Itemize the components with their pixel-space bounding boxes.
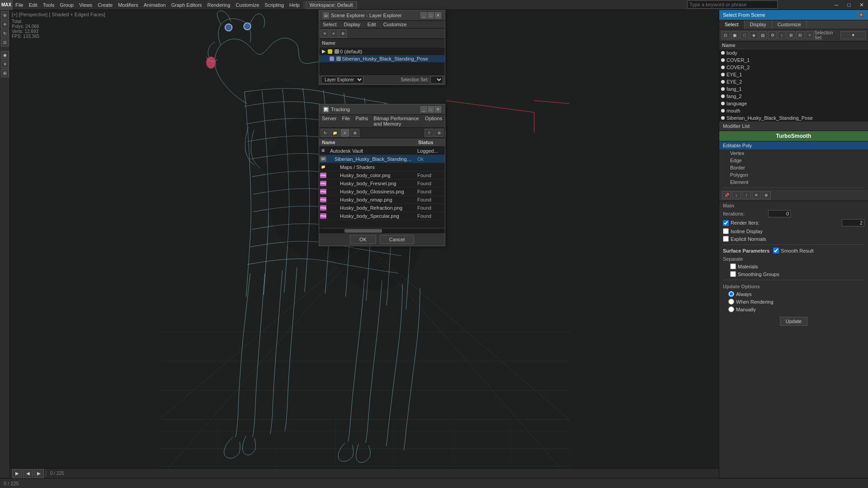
selection-set-dropdown[interactable] [430,76,443,84]
at-row-5[interactable]: PNG Husky_body_Glossiness.png Found [319,188,445,196]
move-tool[interactable]: ✛ [1,20,9,28]
element-item[interactable]: Element [719,178,868,186]
selection-set-dropdown[interactable]: ▼ [840,31,866,39]
at-list-btn[interactable]: ≡ [340,129,349,137]
scene-item-fang2[interactable]: fang_2 [719,93,868,100]
menu-views[interactable]: Views [76,0,95,9]
at-menu-bitmap[interactable]: Bitmap Performance and Memory [371,115,422,127]
tab-display[interactable]: Display [745,20,772,29]
cancel-button[interactable]: Cancel [380,235,414,244]
minimize-btn[interactable]: ─ [830,0,843,10]
isoline-checkbox[interactable] [723,228,729,234]
at-close[interactable]: ✕ [435,106,441,113]
se-menu-customize[interactable]: Customize [380,21,410,28]
at-folder-btn[interactable]: 📁 [330,129,340,137]
render-iters-checkbox[interactable] [723,220,729,226]
scene-explorer-maximize[interactable]: □ [428,12,434,19]
at-row-1[interactable]: 3D Siberian_Husky_Black_Standing_Pose_ma… [319,155,445,163]
scene-item-language[interactable]: language [719,100,868,107]
maximize-btn[interactable]: □ [843,0,855,10]
at-hscrollbar[interactable] [319,228,445,233]
ok-button[interactable]: OK [350,235,376,244]
at-minimize[interactable]: _ [420,106,427,113]
menu-file[interactable]: File [13,0,26,9]
tab-select[interactable]: Select [719,20,745,29]
scene-item-cover2[interactable]: COVER_2 [719,64,868,71]
scene-explorer-close[interactable]: ✕ [435,12,441,19]
tab-customize[interactable]: Customize [772,20,807,29]
scene-item-body[interactable]: body [719,49,868,56]
vp-next-btn[interactable]: ▶ [34,469,44,478]
smooth-result-checkbox[interactable] [773,248,779,253]
scene-item-mouth[interactable]: mouth [719,107,868,114]
polygon-item[interactable]: Polygon [719,171,868,178]
render-iters-input[interactable] [842,219,864,226]
edge-item[interactable]: Edge [719,157,868,164]
scene-item-eye1[interactable]: EYE_1 [719,71,868,78]
smoothing-groups-checkbox[interactable] [730,271,736,277]
sort-btn[interactable]: ↕ [778,31,786,39]
se-filter-btn[interactable]: ≡ [330,29,338,38]
se-menu-display[interactable]: Display [340,21,364,28]
group-btn[interactable]: ⊞ [787,31,795,39]
light-tool[interactable]: ☀ [1,60,9,68]
at-row-8[interactable]: PNG Husky_body_Specular.png Found [319,212,445,220]
at-row-2[interactable]: 📁 Maps / Shaders [319,163,445,171]
scene-item-fang1[interactable]: fang_1 [719,85,868,93]
at-menu-server[interactable]: Server [319,115,339,127]
se-gear-btn[interactable]: ⚙ [339,29,347,38]
at-menu-options[interactable]: Options [422,115,445,127]
rotate-tool[interactable]: ↻ [1,29,9,38]
se-close-btn[interactable]: ✕ [321,29,329,38]
vp-play-btn[interactable]: ▶ [12,469,22,478]
at-refresh-btn[interactable]: ↻ [321,129,330,137]
update-button[interactable]: Update [780,317,807,326]
expand-btn[interactable]: + [806,31,814,39]
se-menu-select[interactable]: Select [319,21,340,28]
scene-item-eye2[interactable]: EYE_2 [719,78,868,85]
move-down-btn[interactable]: ↓ [732,191,741,199]
app-logo[interactable]: MAX [0,0,13,10]
move-up-btn[interactable]: ↑ [742,191,751,199]
menu-help[interactable]: Help [287,0,302,9]
scene-explorer-minimize[interactable]: _ [420,12,427,19]
select-tool[interactable]: ⊕ [1,11,9,19]
at-maximize[interactable]: □ [428,106,434,113]
workspace-label[interactable]: Workspace: Default [306,1,357,9]
at-row-4[interactable]: PNG Husky_body_Fresnel.png Found [319,179,445,188]
editable-poly-item[interactable]: Editable Poly [719,141,868,150]
select-from-scene-close[interactable]: ✕ [858,12,864,18]
layer-default-row[interactable]: ▶ 0 (default) [319,47,445,55]
scale-tool[interactable]: ⊡ [1,38,9,47]
at-settings-btn[interactable]: ⚙ [434,129,443,137]
layer-explorer-dropdown[interactable]: Layer Explorer [321,76,363,84]
at-row-0[interactable]: 🏛 Autodesk Vault Logged... [319,147,445,155]
manually-radio[interactable] [728,306,734,312]
iterations-input[interactable] [768,210,791,217]
menu-create[interactable]: Create [95,0,115,9]
pin-btn[interactable]: 📌 [722,191,731,199]
search-input[interactable] [687,0,778,9]
at-hscroll-thumb[interactable] [344,229,382,233]
scene-item-husky-pose[interactable]: Siberian_Husky_Black_Standing_Pose [719,114,868,122]
menu-tools[interactable]: Tools [40,0,57,9]
at-menu-paths[interactable]: Paths [353,115,371,127]
delete-mod-btn[interactable]: ✕ [752,191,761,199]
at-grid-btn[interactable]: ⊞ [350,129,359,137]
camera-tool[interactable]: ◉ [1,51,9,59]
helper-tool[interactable]: ⊞ [1,69,9,77]
menu-group[interactable]: Group [57,0,76,9]
close-btn[interactable]: ✕ [855,0,868,10]
menu-rendering[interactable]: Rendering [205,0,233,9]
when-rendering-radio[interactable] [728,299,734,305]
filter-btn[interactable]: ⊡ [722,31,730,39]
layer-husky-row[interactable]: Siberian_Husky_Black_Standing_Pose [319,55,445,62]
menu-modifiers[interactable]: Modifiers [115,0,141,9]
se-menu-edit[interactable]: Edit [364,21,380,28]
select-by-layer-btn[interactable]: ▤ [759,31,768,39]
menu-edit[interactable]: Edit [26,0,40,9]
materials-checkbox[interactable] [730,263,736,269]
at-row-7[interactable]: PNG Husky_body_Refraction.png Found [319,204,445,212]
copy-mod-btn[interactable]: ⊕ [762,191,771,199]
select-none-btn[interactable]: □ [740,31,749,39]
